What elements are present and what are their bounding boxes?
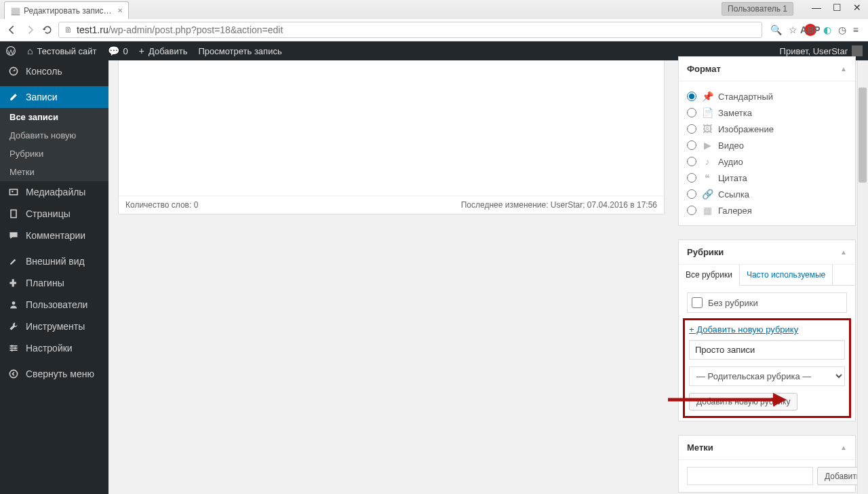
maximize-icon[interactable]: ☐ bbox=[831, 2, 842, 13]
menu-posts[interactable]: Записи bbox=[0, 86, 108, 108]
tab-close-icon[interactable]: ✕ bbox=[117, 7, 123, 14]
star-icon[interactable]: ☆ bbox=[789, 24, 797, 35]
menu-dashboard[interactable]: Консоль bbox=[0, 60, 108, 82]
menu-posts-label: Записи bbox=[26, 92, 57, 102]
categories-title: Рубрики bbox=[687, 247, 724, 257]
menu-media-label: Медиафайлы bbox=[26, 187, 85, 197]
add-category-button[interactable]: Добавить новую рубрику bbox=[689, 393, 797, 411]
url-input[interactable]: 🗎 test1.ru/wp-admin/post.php?post=18&act… bbox=[58, 22, 762, 38]
user-greeting[interactable]: Привет, UserStar bbox=[780, 45, 863, 56]
format-quote[interactable]: ❝Цитата bbox=[687, 170, 847, 186]
new-category-input[interactable] bbox=[689, 340, 845, 360]
image-icon: 🖼 bbox=[702, 124, 713, 134]
user-badge[interactable]: Пользователь 1 bbox=[722, 2, 793, 16]
add-new-link[interactable]: +Добавить bbox=[139, 45, 188, 56]
menu-appearance-label: Внешний вид bbox=[26, 256, 85, 267]
content-area: Количество слов: 0 Последнее изменение: … bbox=[108, 60, 868, 494]
quote-icon: ❝ bbox=[702, 172, 713, 183]
forward-button bbox=[23, 23, 37, 37]
plus-icon: + bbox=[139, 45, 144, 56]
svg-point-5 bbox=[12, 191, 13, 192]
comment-count: 0 bbox=[123, 46, 128, 56]
menu-collapse[interactable]: Свернуть меню bbox=[0, 363, 108, 385]
format-gallery[interactable]: ▦Галерея bbox=[687, 202, 847, 218]
svg-point-13 bbox=[11, 349, 13, 352]
svg-point-14 bbox=[9, 370, 17, 377]
clock-icon[interactable]: ◷ bbox=[838, 24, 846, 35]
menu-collapse-label: Свернуть меню bbox=[26, 368, 94, 379]
tags-metabox-header[interactable]: Метки ▲ bbox=[679, 436, 855, 460]
menu-users[interactable]: Пользователи bbox=[0, 294, 108, 316]
scrollbar[interactable] bbox=[857, 60, 868, 494]
tab-all-categories[interactable]: Все рубрики bbox=[679, 265, 740, 286]
tab-popular-categories[interactable]: Часто используемые bbox=[740, 265, 833, 285]
browser-chrome: Редактировать запись ‹ Т ✕ Пользователь … bbox=[0, 0, 868, 41]
zoom-icon[interactable]: 🔍 bbox=[770, 24, 782, 35]
svg-rect-0 bbox=[12, 7, 20, 14]
menu-appearance[interactable]: Внешний вид bbox=[0, 250, 108, 272]
category-uncategorized[interactable]: Без рубрики bbox=[692, 297, 842, 308]
collapse-icon[interactable]: ▲ bbox=[840, 444, 847, 451]
svg-point-11 bbox=[11, 345, 13, 347]
collapse-icon[interactable]: ▲ bbox=[840, 248, 847, 256]
collapse-icon[interactable]: ▲ bbox=[840, 65, 847, 73]
last-edit: Последнее изменение: UserStar; 07.04.201… bbox=[461, 200, 657, 210]
site-link[interactable]: ⌂Тестовый сайт bbox=[27, 45, 97, 56]
menu-settings[interactable]: Настройки bbox=[0, 337, 108, 359]
tab-favicon-icon bbox=[10, 6, 20, 16]
format-title: Формат bbox=[687, 64, 721, 74]
comments-link[interactable]: 💬0 bbox=[108, 45, 128, 56]
browser-tab[interactable]: Редактировать запись ‹ Т ✕ bbox=[4, 1, 129, 19]
close-icon[interactable]: ✕ bbox=[852, 2, 863, 13]
tags-input[interactable] bbox=[687, 467, 813, 485]
add-new-label: Добавить bbox=[149, 46, 187, 56]
menu-plugins-label: Плагины bbox=[26, 278, 64, 288]
add-category-link[interactable]: + Добавить новую рубрику bbox=[689, 324, 798, 335]
submenu-add-post[interactable]: Добавить новую bbox=[0, 126, 108, 145]
menu-tools[interactable]: Инструменты bbox=[0, 316, 108, 337]
menu-tools-label: Инструменты bbox=[26, 321, 85, 332]
menu-pages-label: Страницы bbox=[26, 208, 71, 219]
format-metabox-header[interactable]: Формат ▲ bbox=[679, 57, 855, 81]
view-post-link[interactable]: Просмотреть запись bbox=[198, 46, 281, 56]
word-count: Количество слов: 0 bbox=[125, 200, 198, 210]
menu-plugins[interactable]: Плагины bbox=[0, 272, 108, 294]
menu-icon[interactable]: ≡ bbox=[853, 24, 859, 35]
svg-point-7 bbox=[12, 301, 16, 305]
menu-comments[interactable]: Комментарии bbox=[0, 225, 108, 246]
format-link[interactable]: 🔗Ссылка bbox=[687, 186, 847, 202]
window-controls: — ☐ ✕ bbox=[811, 2, 863, 13]
comment-icon: 💬 bbox=[108, 45, 119, 56]
menu-media[interactable]: Медиафайлы bbox=[0, 181, 108, 203]
url-path: /wp-admin/post.php?post=18&action=edit bbox=[108, 24, 283, 35]
categories-metabox-header[interactable]: Рубрики ▲ bbox=[679, 240, 855, 265]
parent-category-select[interactable]: — Родительская рубрика — bbox=[689, 366, 845, 386]
categories-metabox: Рубрики ▲ Все рубрики Часто используемые… bbox=[678, 240, 856, 421]
tags-metabox: Метки ▲ Добавить bbox=[678, 435, 856, 493]
category-list: Без рубрики bbox=[687, 292, 847, 313]
back-button[interactable] bbox=[5, 23, 19, 37]
format-image[interactable]: 🖼Изображение bbox=[687, 121, 847, 137]
minimize-icon[interactable]: — bbox=[811, 2, 822, 13]
format-audio[interactable]: ♪Аудио bbox=[687, 153, 847, 170]
svg-rect-1 bbox=[12, 14, 20, 16]
category-tabs: Все рубрики Часто используемые bbox=[679, 265, 855, 286]
submenu-all-posts[interactable]: Все записи bbox=[0, 108, 108, 126]
note-icon: 📄 bbox=[702, 107, 713, 118]
abp-icon[interactable]: ABP bbox=[804, 24, 816, 36]
format-metabox: Формат ▲ 📌Стандартный 📄Заметка 🖼Изображе… bbox=[678, 56, 856, 226]
format-standard[interactable]: 📌Стандартный bbox=[687, 88, 847, 104]
sync-icon[interactable]: ◐ bbox=[823, 24, 831, 35]
address-bar: 🗎 test1.ru/wp-admin/post.php?post=18&act… bbox=[0, 19, 868, 41]
submenu-categories[interactable]: Рубрики bbox=[0, 145, 108, 163]
format-aside[interactable]: 📄Заметка bbox=[687, 104, 847, 121]
menu-pages[interactable]: Страницы bbox=[0, 203, 108, 225]
reload-button[interactable] bbox=[41, 23, 54, 37]
editor-textarea[interactable] bbox=[118, 60, 665, 196]
scroll-thumb[interactable] bbox=[859, 88, 867, 183]
audio-icon: ♪ bbox=[702, 156, 713, 167]
wp-logo-icon[interactable] bbox=[5, 45, 16, 56]
submenu-tags[interactable]: Метки bbox=[0, 163, 108, 181]
format-video[interactable]: ▶Видео bbox=[687, 137, 847, 153]
menu-settings-label: Настройки bbox=[26, 343, 73, 354]
